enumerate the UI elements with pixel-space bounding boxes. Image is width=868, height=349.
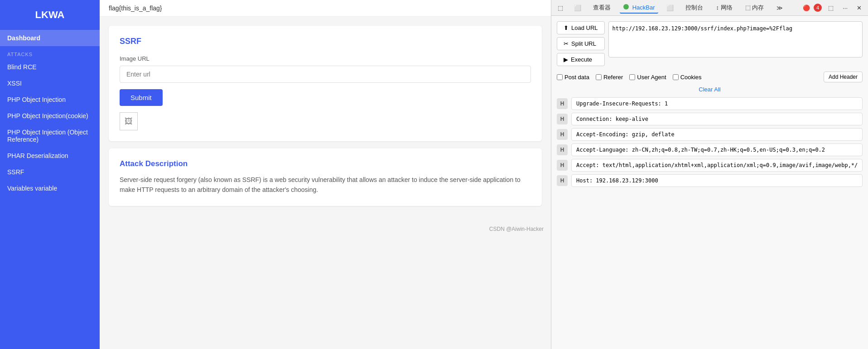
image-placeholder: 🖼	[120, 112, 138, 130]
sidebar-item-blind-rce[interactable]: Blind RCE	[0, 59, 100, 75]
header-value-input[interactable]	[571, 159, 863, 172]
split-url-button[interactable]: ✂ Split URL	[557, 37, 605, 50]
devtools-toolbar: ⬚ ⬜ 查看器 HackBar ⬜ 控制台 ↕ 网络 ⬚ 内存 ≫ 🔴 4 ⬚ …	[551, 0, 868, 16]
header-h-badge: H	[557, 144, 568, 155]
play-icon: ▶	[564, 56, 568, 63]
header-row: H	[557, 128, 863, 141]
referer-checkbox[interactable]	[596, 74, 602, 80]
post-data-checkbox[interactable]	[557, 74, 563, 80]
cookies-checkbox[interactable]	[673, 74, 679, 80]
hackbar-action-buttons: ⬆ Load URL ✂ Split URL ▶ Execute	[557, 21, 605, 66]
hackbar-options: Post data Referer User Agent Cookies Add…	[557, 72, 863, 82]
header-h-badge: H	[557, 175, 568, 186]
url-textarea[interactable]	[608, 21, 863, 57]
header-h-badge: H	[557, 129, 568, 140]
header-value-input[interactable]	[571, 128, 863, 141]
error-badge: 4	[814, 4, 822, 12]
tab-inspector[interactable]: 查看器	[589, 2, 614, 14]
header-row: H	[557, 143, 863, 156]
sidebar-item-phar-deserialization[interactable]: PHAR Deserialization	[0, 148, 100, 164]
tab-memory[interactable]: ⬚ 内存	[742, 2, 768, 14]
image-url-input[interactable]	[120, 66, 531, 83]
cookies-checkbox-label[interactable]: Cookies	[673, 74, 702, 81]
sidebar: LKWA Dashboard ATTACKS Blind RCE XSSI PH…	[0, 0, 100, 349]
ssrf-card: SSRF Image URL Submit 🖼	[109, 26, 542, 141]
header-value-input[interactable]	[571, 97, 863, 110]
header-rows-container: HHHHHH	[557, 97, 863, 187]
sidebar-item-php-object-injection[interactable]: PHP Object Injection	[0, 91, 100, 108]
tab-hackbar[interactable]: HackBar	[620, 2, 658, 14]
header-h-badge: H	[557, 114, 568, 124]
flag-bar: flag{this_is_a_flag}	[100, 0, 551, 17]
post-data-checkbox-label[interactable]: Post data	[557, 74, 589, 81]
sidebar-item-php-object-injection-object-ref[interactable]: PHP Object Injection (Object Reference)	[0, 124, 100, 148]
main-content: flag{this_is_a_flag} SSRF Image URL Subm…	[100, 0, 551, 349]
execute-button[interactable]: ▶ Execute	[557, 53, 605, 66]
sidebar-item-variables-variable[interactable]: Variables variable	[0, 180, 100, 196]
footer: CSDN @Aiwin-Hacker	[100, 222, 551, 236]
sidebar-item-xssi[interactable]: XSSI	[0, 75, 100, 91]
header-row: H	[557, 97, 863, 110]
user-agent-checkbox-label[interactable]: User Agent	[629, 74, 666, 81]
devtools-panel: ⬚ ⬜ 查看器 HackBar ⬜ 控制台 ↕ 网络 ⬚ 内存 ≫ 🔴 4 ⬚ …	[551, 0, 868, 349]
tab-more[interactable]: ≫	[773, 3, 786, 13]
page-icon[interactable]: ⬜	[571, 4, 584, 12]
responsive-icon[interactable]: ⬚	[825, 4, 836, 12]
sidebar-item-ssrf[interactable]: SSRF	[0, 164, 100, 180]
close-icon[interactable]: ✕	[854, 4, 864, 12]
error-icon: 🔴	[803, 5, 810, 11]
submit-button[interactable]: Submit	[120, 89, 163, 106]
header-value-input[interactable]	[571, 174, 863, 187]
referer-checkbox-label[interactable]: Referer	[596, 74, 623, 81]
sidebar-item-dashboard[interactable]: Dashboard	[0, 30, 100, 46]
clear-all-link[interactable]: Clear All	[557, 86, 863, 93]
more-options-icon[interactable]: ···	[840, 4, 850, 12]
console-icon[interactable]: ⬜	[664, 4, 676, 12]
attack-description-card: Attack Description Server-side request f…	[109, 148, 542, 206]
sidebar-title: LKWA	[0, 0, 100, 30]
tab-console[interactable]: 控制台	[682, 2, 707, 14]
hackbar-body: ⬆ Load URL ✂ Split URL ▶ Execute Post da…	[551, 16, 868, 349]
header-value-input[interactable]	[571, 143, 863, 156]
hackbar-dot-icon	[623, 4, 629, 10]
hackbar-url-section: ⬆ Load URL ✂ Split URL ▶ Execute	[557, 21, 863, 66]
header-row: H	[557, 113, 863, 125]
inspector-cursor-icon[interactable]: ⬚	[555, 4, 566, 12]
attack-description-text: Server-side request forgery (also known …	[120, 175, 531, 195]
header-row: H	[557, 174, 863, 187]
flag-text: flag{this_is_a_flag}	[109, 5, 162, 12]
load-url-button[interactable]: ⬆ Load URL	[557, 21, 605, 34]
ssrf-title: SSRF	[120, 37, 531, 46]
split-icon: ✂	[564, 40, 569, 47]
devtools-more-area: 🔴 4 ⬚ ··· ✕	[803, 4, 864, 12]
attacks-nav-label: ATTACKS	[0, 46, 100, 59]
sidebar-item-php-object-injection-cookie[interactable]: PHP Object Injection(cookie)	[0, 108, 100, 124]
header-h-badge: H	[557, 160, 568, 171]
header-value-input[interactable]	[571, 113, 863, 125]
content-area: SSRF Image URL Submit 🖼 Attack Descripti…	[100, 17, 551, 222]
upload-icon: ⬆	[564, 24, 569, 31]
header-row: H	[557, 159, 863, 172]
attack-description-title: Attack Description	[120, 159, 531, 168]
image-url-label: Image URL	[120, 55, 531, 62]
header-h-badge: H	[557, 98, 568, 109]
tab-network[interactable]: ↕ 网络	[712, 2, 736, 14]
add-header-button[interactable]: Add Header	[824, 72, 863, 82]
user-agent-checkbox[interactable]	[629, 74, 635, 80]
